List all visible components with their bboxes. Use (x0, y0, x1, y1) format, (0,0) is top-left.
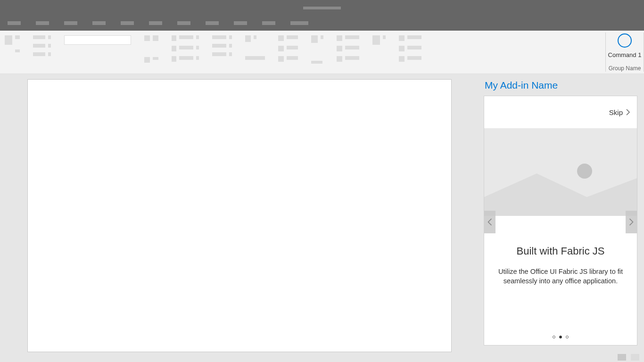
command-1-button[interactable]: Command 1 (606, 31, 644, 58)
card-heading: Built with Fabric JS (494, 245, 627, 257)
mountains-icon (484, 164, 637, 216)
taskpane-title: My Add-in Name (484, 80, 637, 91)
ribbon-tab[interactable] (64, 21, 77, 25)
ribbon-tab[interactable] (149, 21, 162, 25)
command-label: Command 1 (608, 51, 642, 58)
onboarding-card: Skip Built with Fabric JS Utilize the Of… (484, 96, 637, 346)
view-button[interactable] (618, 354, 626, 361)
task-pane: My Add-in Name Skip Built (479, 74, 644, 352)
title-placeholder (303, 7, 341, 9)
carousel-dot[interactable] (566, 336, 569, 338)
ribbon-group (172, 35, 199, 62)
carousel-dot[interactable] (553, 336, 555, 338)
ribbon-group (337, 35, 359, 62)
ribbon-tabs (0, 16, 644, 31)
ribbon-controls (0, 31, 605, 74)
skip-label: Skip (609, 108, 623, 116)
ribbon: Command 1 Group Name (0, 31, 644, 74)
ribbon-group (33, 35, 51, 56)
ribbon-tab[interactable] (92, 21, 106, 25)
hero-image (484, 128, 637, 216)
skip-button[interactable]: Skip (609, 108, 630, 116)
ribbon-group (278, 35, 298, 62)
view-button[interactable] (631, 354, 639, 361)
ribbon-tab[interactable] (206, 21, 219, 25)
carousel-dots (484, 336, 637, 338)
ribbon-group (399, 35, 421, 62)
ribbon-tab[interactable] (234, 21, 247, 25)
ribbon-group (144, 35, 158, 63)
card-body: Built with Fabric JS Utilize the Office … (484, 216, 637, 345)
ribbon-group (212, 35, 232, 56)
ribbon-tab[interactable] (8, 21, 21, 25)
card-header: Skip (484, 96, 637, 128)
ribbon-group (64, 35, 131, 68)
document-page[interactable] (27, 79, 452, 352)
ribbon-group-label: Group Name (609, 65, 641, 74)
document-area (0, 74, 479, 352)
command-icon (618, 33, 632, 48)
status-bar (0, 352, 644, 362)
svg-marker-0 (484, 173, 637, 216)
ribbon-group (311, 35, 323, 64)
main-area: My Add-in Name Skip Built (0, 74, 644, 352)
ribbon-group (5, 35, 20, 52)
ribbon-group (245, 35, 265, 60)
ribbon-tab[interactable] (36, 21, 49, 25)
title-bar (0, 0, 644, 16)
ribbon-group (372, 35, 386, 45)
ribbon-tab[interactable] (121, 21, 134, 25)
ribbon-tab[interactable] (177, 21, 190, 25)
chevron-right-icon (626, 109, 630, 115)
carousel-dot[interactable] (559, 336, 562, 338)
card-text: Utilize the Office UI Fabric JS library … (494, 267, 627, 286)
ribbon-tab[interactable] (290, 21, 308, 25)
ribbon-tab[interactable] (262, 21, 275, 25)
ribbon-addin-group: Command 1 Group Name (606, 31, 644, 74)
